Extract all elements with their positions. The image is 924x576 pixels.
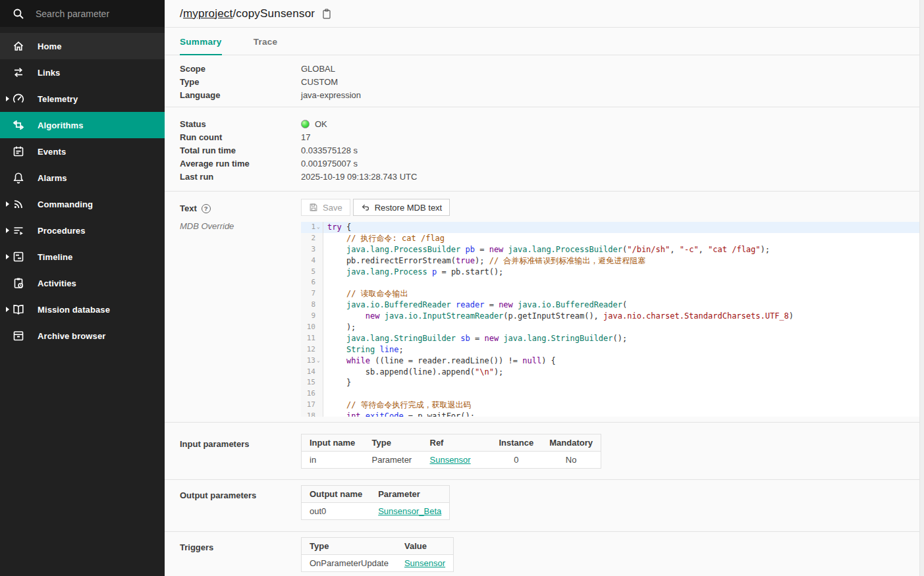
sidebar-item-activities[interactable]: Activities (0, 270, 165, 296)
line-number: 14 (301, 367, 323, 378)
detail-label: Run count (180, 132, 301, 142)
divider (165, 479, 924, 480)
scrollbar[interactable] (919, 0, 924, 576)
sidebar-item-label: Algorithms (38, 120, 84, 130)
code-text: java.lang.ProcessBuilder pb = new java.l… (323, 244, 770, 255)
code-line[interactable]: 8 java.io.BufferedReader reader = new ja… (301, 300, 924, 311)
save-button[interactable]: Save (301, 199, 350, 216)
project-link[interactable]: myproject (183, 7, 233, 20)
main-content: /myproject/copySunsensor Summary Trace S… (165, 0, 924, 576)
search-input[interactable] (36, 9, 148, 19)
table-cell: Parameter (364, 452, 422, 469)
parameter-link[interactable]: Sunsensor_Beta (378, 506, 441, 516)
sidebar-item-label: Procedures (38, 226, 86, 236)
text-section: Text MDB Override Save (165, 199, 924, 417)
code-line[interactable]: 12 String line; (301, 344, 924, 355)
detail-row: ScopeGLOBAL (180, 62, 924, 75)
sidebar-item-procedures[interactable]: Procedures (0, 217, 165, 244)
sidebar-item-archive-browser[interactable]: Archive browser (0, 323, 165, 349)
column-header: Parameter (370, 486, 450, 503)
code-line[interactable]: 7 // 读取命令输出 (301, 288, 924, 300)
code-line[interactable]: 4 pb.redirectErrorStream(true); // 合并标准错… (301, 255, 924, 267)
sidebar-item-commanding[interactable]: Commanding (0, 191, 165, 217)
text-section-labels: Text MDB Override (180, 199, 301, 417)
table-cell: out0 (302, 503, 371, 520)
sidebar-item-timeline[interactable]: Timeline (0, 244, 165, 270)
code-text: pb.redirectErrorStream(true); // 合并标准错误到… (323, 255, 645, 267)
detail-label: Scope (180, 64, 301, 74)
code-line[interactable]: 1⌄try { (301, 222, 924, 233)
line-number: 5 (301, 267, 323, 278)
algorithm-info-block: ScopeGLOBALTypeCUSTOMLanguagejava-expres… (165, 62, 924, 101)
sidebar-item-links[interactable]: Links (0, 59, 165, 86)
code-editor[interactable]: 1⌄try {2 // 执行命令: cat /flag3 java.lang.P… (301, 222, 924, 417)
table-cell: 0 (491, 452, 542, 469)
parameter-link[interactable]: Sunsensor (430, 455, 471, 465)
expand-arrow-icon[interactable] (6, 201, 9, 207)
line-number: 13⌄ (301, 355, 323, 367)
triggers-table: TypeValueOnParameterUpdateSunsensor (301, 537, 454, 572)
detail-value: OK (301, 119, 327, 129)
code-line[interactable]: 11 java.lang.StringBuilder sb = new java… (301, 333, 924, 344)
code-line[interactable]: 14 sb.append(line).append("\n"); (301, 367, 924, 378)
parameter-table: TypeValueOnParameterUpdateSunsensor (301, 537, 454, 572)
tab-summary[interactable]: Summary (180, 28, 222, 55)
parameter-link[interactable]: Sunsensor (404, 558, 445, 568)
detail-value: 0.001975007 s (301, 159, 358, 169)
code-line[interactable]: 9 new java.io.InputStreamReader(p.getInp… (301, 311, 924, 322)
tab-trace[interactable]: Trace (254, 28, 278, 55)
code-line[interactable]: 10 ); (301, 322, 924, 333)
activities-icon (12, 276, 25, 290)
code-text: // 执行命令: cat /flag (323, 233, 445, 244)
code-line[interactable]: 2 // 执行命令: cat /flag (301, 233, 924, 244)
copy-name-icon[interactable] (322, 9, 331, 19)
code-line[interactable]: 13⌄ while ((line = reader.readLine()) !=… (301, 355, 924, 367)
code-line[interactable]: 3 java.lang.ProcessBuilder pb = new java… (301, 244, 924, 255)
detail-value: 17 (301, 132, 310, 142)
table-row: out0Sunsensor_Beta (302, 503, 450, 520)
sidebar-item-algorithms[interactable]: Algorithms (0, 112, 165, 138)
column-header: Type (302, 538, 396, 555)
fold-arrow-icon[interactable]: ⌄ (315, 222, 321, 233)
output-parameters-section: Output parameters Output nameParameterou… (165, 485, 924, 520)
sidebar-item-telemetry[interactable]: Telemetry (0, 86, 165, 112)
sidebar-item-alarms[interactable]: Alarms (0, 165, 165, 191)
restore-mdb-button[interactable]: Restore MDB text (353, 199, 450, 216)
sidebar-item-label: Telemetry (38, 94, 78, 104)
sidebar-item-mission-database[interactable]: Mission database (0, 296, 165, 323)
code-text: int exitCode = p.waitFor(); (323, 411, 475, 417)
help-icon[interactable] (202, 204, 211, 213)
code-text: ); (323, 322, 356, 333)
input-parameters-section: Input parameters Input nameTypeRefInstan… (165, 434, 924, 469)
table-cell: in (302, 452, 364, 469)
archive-icon (12, 329, 25, 342)
code-text: // 读取命令输出 (323, 288, 408, 300)
text-section-body: Save Restore MDB text 1⌄try {2 // 执行命令: … (301, 199, 924, 417)
sidebar-item-label: Alarms (38, 173, 67, 183)
code-text: // 等待命令执行完成，获取退出码 (323, 400, 472, 411)
divider (165, 531, 924, 532)
fold-arrow-icon[interactable]: ⌄ (315, 355, 321, 367)
code-line[interactable]: 16 (301, 388, 924, 400)
line-number: 10 (301, 322, 323, 333)
code-line[interactable]: 17 // 等待命令执行完成，获取退出码 (301, 400, 924, 411)
code-line[interactable]: 6 (301, 277, 924, 288)
table-cell: No (541, 452, 601, 469)
procedures-icon (12, 224, 25, 237)
sidebar: HomeLinksTelemetryAlgorithmsEventsAlarms… (0, 0, 165, 576)
expand-arrow-icon[interactable] (6, 96, 9, 101)
output-parameters-label: Output parameters (180, 485, 301, 520)
code-line[interactable]: 18 int exitCode = p.waitFor(); (301, 411, 924, 417)
code-line[interactable]: 5 java.lang.Process p = pb.start(); (301, 267, 924, 278)
sidebar-item-home[interactable]: Home (0, 33, 165, 59)
expand-arrow-icon[interactable] (6, 254, 9, 259)
line-number: 12 (301, 344, 323, 355)
sidebar-item-events[interactable]: Events (0, 138, 165, 165)
expand-arrow-icon[interactable] (6, 307, 9, 312)
code-line[interactable]: 15 } (301, 377, 924, 388)
sidebar-item-label: Archive browser (38, 331, 105, 341)
input-parameters-label: Input parameters (180, 434, 301, 469)
app-root: HomeLinksTelemetryAlgorithmsEventsAlarms… (0, 0, 924, 576)
expand-arrow-icon[interactable] (6, 228, 9, 233)
line-number: 15 (301, 377, 323, 388)
